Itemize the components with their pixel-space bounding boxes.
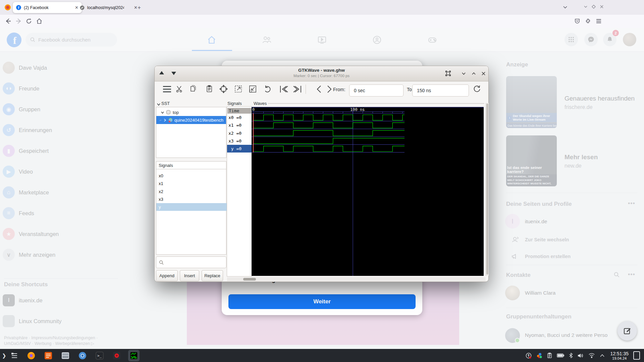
app-menu-icon[interactable]: [11, 353, 18, 359]
signal-list-item[interactable]: x1: [156, 180, 228, 187]
gtk-minimize-icon[interactable]: [461, 71, 466, 76]
gtkwave-titlebar[interactable]: GTKWave - wave.ghw Marker: 0 sec | Curso…: [155, 66, 488, 81]
reload-waves-icon[interactable]: [473, 85, 481, 94]
taskbar-app-firefox[interactable]: [25, 350, 37, 361]
paste-icon[interactable]: [205, 85, 213, 93]
tree-node-top[interactable]: top: [156, 109, 226, 116]
updates-icon[interactable]: [526, 353, 532, 359]
signal-list-item[interactable]: x0: [156, 172, 228, 180]
wave-trace: [254, 130, 405, 136]
from-input[interactable]: 0 sec: [349, 84, 404, 97]
menu-hamburger-icon[interactable]: [596, 18, 602, 24]
wave-signal-name[interactable]: x2 =0: [227, 129, 252, 137]
marker-status: Marker: 0 sec | Cursor: 67700 ps: [155, 74, 488, 78]
browser-tab-bar: f (2) Facebook ✕ localhost/mysql20240217…: [0, 0, 644, 15]
volume-icon[interactable]: [578, 353, 584, 358]
compose-fab[interactable]: [618, 321, 637, 341]
vertical-scrollbar[interactable]: [486, 103, 489, 276]
extensions-icon[interactable]: [585, 18, 591, 24]
workrave-icon[interactable]: [536, 353, 542, 359]
taskbar-app-editor-orange[interactable]: [43, 350, 54, 361]
scrollbar-thumb[interactable]: [486, 104, 488, 275]
to-input[interactable]: 150 ns: [412, 84, 469, 97]
zoom-in-icon[interactable]: [248, 84, 257, 94]
gtk-maximize-icon[interactable]: [471, 71, 476, 76]
prev-edge-icon[interactable]: [315, 85, 323, 94]
tab-list-chevron-icon[interactable]: [562, 4, 568, 10]
node-expander-icon[interactable]: [161, 111, 164, 114]
tab-localhost[interactable]: localhost/mysql20240217/... ✕: [76, 2, 141, 13]
gtk-close-icon[interactable]: [481, 71, 486, 76]
replace-button[interactable]: Replace: [202, 270, 223, 281]
main-menu-icon[interactable]: [162, 85, 172, 94]
sst-expander-icon[interactable]: [157, 102, 161, 106]
sst-header[interactable]: SST: [161, 101, 170, 106]
localhost-favicon: [80, 5, 85, 10]
timeline-label: 0: [252, 107, 255, 112]
clipboard-icon[interactable]: [547, 353, 552, 358]
horizontal-scrollbar[interactable]: [227, 277, 486, 281]
tree-node-selected[interactable]: ⌐ quine20240419testbench: [156, 116, 226, 124]
wave-signal-name[interactable]: x0 =0: [227, 114, 252, 121]
forward-icon[interactable]: [15, 17, 22, 25]
browser-url-bar: https://www.facebook.com 120%: [0, 15, 644, 28]
tree-node-label[interactable]: quine20240419testbench: [174, 118, 223, 123]
taskbar-app-chromium[interactable]: [77, 350, 88, 361]
database-icon: [166, 110, 171, 115]
window-minimize-icon[interactable]: [583, 4, 588, 9]
fullscreen-icon[interactable]: [445, 70, 451, 76]
tab-facebook[interactable]: f (2) Facebook ✕: [13, 2, 82, 13]
signals-list: x0x1x2x3y: [156, 169, 226, 255]
module-globe-icon: [168, 118, 173, 123]
copy-icon[interactable]: [189, 85, 197, 93]
frame-line: [268, 103, 484, 104]
window-title: GTKWave - wave.ghw: [155, 68, 488, 73]
window-maximize-icon[interactable]: [591, 4, 596, 9]
scrollbar-thumb[interactable]: [243, 278, 256, 281]
zoom-fit-icon[interactable]: [219, 84, 228, 94]
wave-signal-name[interactable]: x3 =0: [227, 137, 252, 145]
weiter-button[interactable]: Weiter: [228, 294, 416, 309]
taskbar-app-gtkwave[interactable]: [128, 350, 140, 361]
taskbar-app-recorder[interactable]: [111, 350, 122, 361]
wave-signal-name[interactable]: y =0: [227, 145, 252, 153]
home-icon[interactable]: [36, 18, 43, 24]
panel-expand-icon[interactable]: ❯: [2, 353, 6, 359]
append-button[interactable]: Append: [156, 270, 178, 281]
pocket-icon[interactable]: [574, 18, 580, 24]
wifi-icon[interactable]: [588, 353, 595, 358]
signal-list-item[interactable]: x3: [156, 195, 228, 203]
node-expander-icon[interactable]: [163, 118, 167, 122]
next-edge-icon[interactable]: [326, 85, 333, 94]
signal-list-item[interactable]: y: [156, 203, 228, 211]
clock[interactable]: 12:51:35 19.04.24: [610, 351, 629, 360]
undo-icon[interactable]: [263, 85, 272, 94]
cut-icon[interactable]: [175, 85, 183, 93]
new-tab-button[interactable]: +: [138, 4, 141, 11]
wave-trace: [254, 123, 405, 128]
firefox-view-icon[interactable]: [4, 4, 11, 11]
zoom-out-icon[interactable]: [234, 84, 243, 94]
signal-list-item[interactable]: x2: [156, 188, 228, 195]
show-desktop-button[interactable]: [633, 351, 640, 360]
wave-signals-label: Signals: [227, 101, 242, 106]
toolbar-separator: [306, 84, 306, 94]
wave-canvas[interactable]: 0100 ns: [252, 107, 484, 276]
tray-expand-icon[interactable]: [600, 354, 605, 357]
back-icon[interactable]: [4, 17, 12, 25]
tree-node-label[interactable]: top: [173, 110, 179, 115]
wave-signal-name[interactable]: x1 =0: [227, 121, 252, 129]
signal-search-input[interactable]: [156, 256, 226, 268]
battery-icon[interactable]: [557, 353, 564, 358]
gtkwave-window: GTKWave - wave.ghw Marker: 0 sec | Curso…: [154, 66, 489, 282]
signals-panel-header: Signals: [156, 161, 226, 170]
reload-icon[interactable]: [26, 18, 33, 24]
window-close-icon[interactable]: [599, 4, 604, 9]
insert-button[interactable]: Insert: [180, 270, 199, 281]
go-to-start-icon[interactable]: [279, 85, 288, 94]
taskbar-app-terminal[interactable]: >_: [94, 350, 105, 361]
tab-close-icon[interactable]: ✕: [134, 5, 138, 10]
bluetooth-icon[interactable]: [569, 353, 573, 358]
taskbar-app-file-manager[interactable]: [60, 350, 71, 361]
go-to-end-icon[interactable]: [293, 85, 302, 94]
